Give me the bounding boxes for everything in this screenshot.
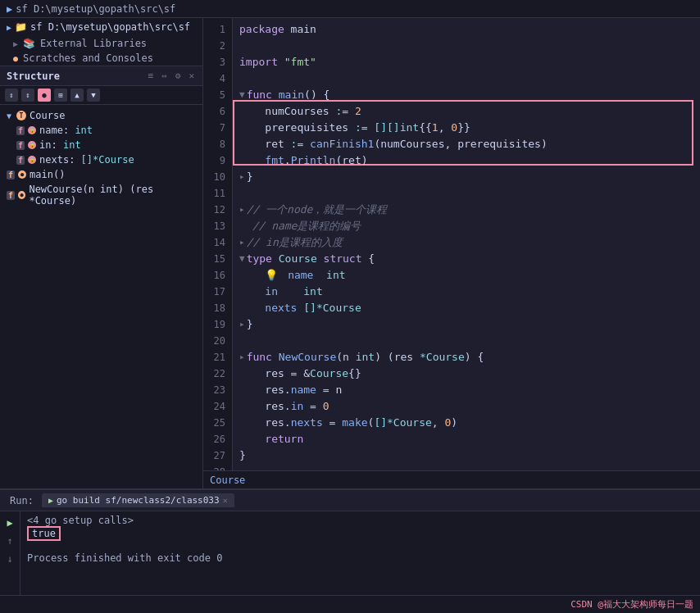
- code-line-20: [239, 333, 700, 349]
- tree-item-newcourse[interactable]: f ● NewCourse(n int) (res *Course): [0, 182, 202, 208]
- tree-main-label: main(): [30, 169, 65, 180]
- run-output: <4 go setup calls> true Process finished…: [20, 511, 700, 595]
- bottom-bar-right: CSDN @福大大架构师每日一题: [570, 598, 693, 611]
- code-line-23: res.name = n: [239, 382, 700, 398]
- tree-newcourse-label: NewCourse(n int) (res *Course): [29, 184, 196, 207]
- structure-panel: Structure ≡ ⇔ ⚙ ✕ ↕ ↕ ● ⊞ ▲ ▼ ▼: [0, 66, 202, 488]
- run-label: Run:: [5, 495, 39, 506]
- main-area: ▶ 📁 sf D:\mysetup\gopath\src\sf ▶ 📚 Exte…: [0, 18, 700, 488]
- run-output-blank: [27, 541, 693, 552]
- run-tab-label: go build sf/newclass2/class033: [57, 495, 220, 506]
- code-line-28: [239, 464, 700, 470]
- tree-item-in[interactable]: f 🔒 in: int: [0, 138, 202, 152]
- project-icon: ▶: [7, 3, 12, 15]
- code-line-16: 💡 name int: [239, 267, 700, 284]
- code-line-15: ▼type Course struct {: [239, 251, 700, 267]
- project-folder-icon: 📁: [15, 21, 27, 33]
- run-tab-icon: ▶: [48, 496, 53, 505]
- line-numbers: 12345 678910 1112131415 1617181920 21222…: [203, 18, 233, 470]
- tree-name-field: name: int: [39, 125, 93, 136]
- tree-item-main[interactable]: f ● main(): [0, 167, 202, 182]
- structure-header: Structure ≡ ⇔ ⚙ ✕: [0, 66, 202, 86]
- tree-item-name[interactable]: f 🔒 name: int: [0, 123, 202, 138]
- run-body: ▶ ↑ ↓ <4 go setup calls> true Process fi…: [0, 511, 700, 595]
- run-controls: ▶ ↑ ↓: [0, 511, 20, 595]
- tree-course-arrow: ▼: [7, 111, 11, 120]
- tree-in-badge: f: [16, 141, 25, 150]
- true-value: true: [27, 526, 61, 541]
- code-line-10: ▸}: [239, 169, 700, 185]
- run-tab-close[interactable]: ✕: [223, 496, 228, 505]
- tree-nexts-badge: f: [16, 156, 25, 165]
- code-line-4: [239, 70, 700, 87]
- code-line-21: ▸func NewCourse(n int) (res *Course) {: [239, 349, 700, 366]
- project-path: sf D:\mysetup\gopath\src\sf: [16, 3, 175, 15]
- tree-main-icon: ●: [18, 170, 26, 179]
- top-bar: ▶ sf D:\mysetup\gopath\src\sf: [0, 0, 700, 18]
- code-container: 12345 678910 1112131415 1617181920 21222…: [203, 18, 700, 470]
- tree-course-icon: T: [16, 111, 26, 120]
- code-line-27: }: [239, 447, 700, 464]
- run-output-true: true: [27, 526, 693, 541]
- struct-filter-btn[interactable]: ●: [38, 89, 51, 102]
- run-tab-build[interactable]: ▶ go build sf/newclass2/class033 ✕: [42, 493, 234, 507]
- sidebar-item-scratches[interactable]: ● Scratches and Consoles: [0, 51, 202, 66]
- structure-sort-btn[interactable]: ≡: [147, 70, 156, 82]
- sidebar-item-scratches-label: Scratches and Consoles: [23, 52, 153, 64]
- csdn-tag: CSDN @福大大架构师每日一题: [570, 598, 693, 611]
- tree-newcourse-icon: ●: [18, 191, 25, 199]
- tree-in-lock-icon: 🔒: [28, 141, 36, 149]
- code-line-14: ▸// in是课程的入度: [239, 234, 700, 251]
- code-line-25: res.nexts = make([]*Course, 0): [239, 415, 700, 431]
- sidebar-item-libraries[interactable]: ▶ 📚 External Libraries: [0, 36, 202, 51]
- code-line-2: [239, 38, 700, 54]
- tree-newcourse-badge: f: [7, 191, 15, 200]
- structure-toolbar: ↕ ↕ ● ⊞ ▲ ▼: [0, 86, 202, 105]
- code-line-12: ▸// 一个node，就是一个课程: [239, 202, 700, 218]
- code-line-1: package main: [239, 21, 700, 38]
- structure-tools: ≡ ⇔ ⚙ ✕: [147, 70, 197, 82]
- code-line-24: res.in = 0: [239, 398, 700, 415]
- code-line-19: ▸}: [239, 316, 700, 333]
- tree-name-lock-icon: 🔒: [28, 126, 36, 134]
- struct-visibility-btn[interactable]: ▲: [70, 89, 84, 102]
- sidebar-project-item[interactable]: ▶ 📁 sf D:\mysetup\gopath\src\sf: [0, 18, 202, 36]
- code-line-5: ▼func main() {: [239, 87, 700, 103]
- run-down-btn[interactable]: ↓: [2, 551, 18, 567]
- run-play-btn[interactable]: ▶: [2, 515, 18, 531]
- struct-sort-alpha-btn[interactable]: ↕: [5, 89, 18, 102]
- tree-nexts-lock-icon: 🔒: [28, 156, 36, 164]
- structure-settings-btn[interactable]: ⚙: [174, 70, 183, 82]
- editor-area: 12345 678910 1112131415 1617181920 21222…: [203, 18, 700, 488]
- code-line-8: ret := canFinish1(numCourses, prerequisi…: [239, 136, 700, 152]
- libraries-icon: 📚: [23, 38, 35, 49]
- struct-sort-type-btn[interactable]: ↕: [21, 89, 34, 102]
- tree-item-nexts[interactable]: f 🔒 nexts: []*Course: [0, 152, 202, 167]
- breadcrumb-text: Course: [210, 475, 245, 486]
- code-line-9: fmt.Println(ret): [239, 152, 700, 169]
- libraries-arrow: ▶: [13, 39, 18, 48]
- code-line-3: import "fmt": [239, 54, 700, 70]
- tree-course-label: Course: [30, 110, 65, 121]
- run-output-setup: <4 go setup calls>: [27, 515, 693, 526]
- code-line-17: in int: [239, 284, 700, 300]
- structure-expand-btn[interactable]: ⇔: [160, 70, 169, 82]
- struct-collapse-btn[interactable]: ▼: [87, 89, 100, 102]
- structure-title: Structure: [7, 70, 60, 82]
- code-line-22: res = &Course{}: [239, 366, 700, 382]
- bottom-bar: CSDN @福大大架构师每日一题: [0, 595, 700, 613]
- sidebar-item-libraries-label: External Libraries: [40, 38, 147, 49]
- code-line-18: nexts []*Course: [239, 300, 700, 316]
- run-up-btn[interactable]: ↑: [2, 533, 18, 549]
- tree-item-course[interactable]: ▼ T Course: [0, 108, 202, 123]
- tree-in-field: in: int: [39, 139, 81, 151]
- code-line-6: numCourses := 2: [239, 103, 700, 120]
- project-arrow: ▶: [7, 23, 11, 32]
- structure-close-btn[interactable]: ✕: [187, 70, 196, 82]
- code-line-11: [239, 185, 700, 202]
- code-line-26: return: [239, 431, 700, 447]
- code-line-7: prerequisites := [][]int{{1, 0}}: [239, 120, 700, 136]
- tree-nexts-field: nexts: []*Course: [39, 154, 134, 166]
- struct-expand-all-btn[interactable]: ⊞: [54, 89, 67, 102]
- structure-tree: ▼ T Course f 🔒 name: int f 🔒 in: int: [0, 105, 202, 211]
